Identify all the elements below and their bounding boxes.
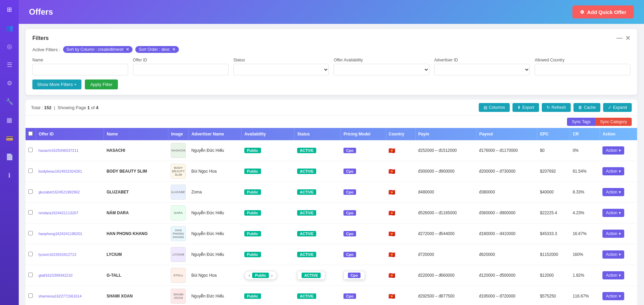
total-pages: 4 <box>96 105 98 110</box>
tooltip-right-arrow[interactable]: › <box>271 273 273 278</box>
row-checkbox[interactable] <box>28 169 33 173</box>
status-badge: ACTIVE <box>297 293 316 299</box>
row-checkbox[interactable] <box>28 231 33 235</box>
table-section: Total : 152 | Showing Page 1 of 4 ▤ Colu… <box>26 100 637 305</box>
sidebar-item-circle[interactable]: ◎ <box>3 40 16 53</box>
cell-image: DARA <box>168 203 188 223</box>
cell-payin: đ526000 – đ1165000 <box>415 203 476 223</box>
filter-country-input[interactable] <box>535 64 630 75</box>
filter-tag-sort-order-remove[interactable]: ✕ <box>172 47 175 52</box>
sidebar-item-grid[interactable]: ▦ <box>3 114 16 126</box>
cell-pricing: Cpo <box>341 182 386 203</box>
cell-pricing: Cpo <box>341 265 386 286</box>
status-tooltip: ACTIVE <box>297 271 325 280</box>
row-checkbox[interactable] <box>28 252 33 256</box>
apply-filter-button[interactable]: Apply Filter <box>85 79 118 89</box>
show-more-filters-button[interactable]: Show More Filters + <box>32 79 81 89</box>
cell-advertiser: Nguyễn Đức Hiếu <box>188 203 241 223</box>
cell-offer-id: hanphong1624241186201 <box>36 223 104 244</box>
sync-category-button[interactable]: Sync Category <box>595 118 632 126</box>
filter-tag-sort-col-remove[interactable]: ✕ <box>126 47 129 52</box>
sync-tags-button[interactable]: Sync Tags <box>567 118 595 126</box>
filter-advertiserid-label: Advertiser ID <box>434 58 530 62</box>
cell-offer-id: hasachi1625046037211 <box>36 140 104 161</box>
sidebar-item-wallet[interactable]: 💳 <box>3 132 16 145</box>
cell-advertiser: Zoma <box>188 182 241 203</box>
cell-availability: Public <box>242 244 294 265</box>
cell-advertiser: Nguyễn Đức Hiếu <box>188 140 241 161</box>
filter-offerid-group: Offer ID <box>133 58 229 75</box>
sidebar-item-menu[interactable]: ☰ <box>3 59 16 71</box>
offer-image: HAN PHONG KHANG <box>171 226 186 241</box>
expand-button[interactable]: ⤢ Expand <box>603 103 632 112</box>
action-button[interactable]: Action ▾ <box>602 271 624 279</box>
active-filters-row: Active Filters : Sort by Column : create… <box>32 46 630 53</box>
add-quick-offer-button[interactable]: ⊕ Add Quick Offer <box>572 5 634 18</box>
country-flag: 🇻🇳 <box>388 169 395 174</box>
availability-badge: Public <box>244 148 261 153</box>
row-checkbox[interactable] <box>28 148 33 152</box>
plus-icon: ⊕ <box>580 9 584 15</box>
cell-cr: 160% <box>570 244 600 265</box>
cell-epc: $45333.3 <box>537 223 570 244</box>
minimize-icon[interactable]: — <box>616 34 623 42</box>
columns-button[interactable]: ▤ Columns <box>479 103 510 112</box>
country-flag: 🇻🇳 <box>388 231 395 237</box>
cell-name: G-TALL <box>104 265 168 286</box>
offer-image: LYCIUM <box>171 247 186 262</box>
table-body: hasachi1625046037211 HASACHI HASACHI Ngu… <box>26 140 637 305</box>
sync-row: Sync Tags Sync Category <box>26 116 637 128</box>
filter-status-select[interactable]: Active Inactive <box>233 64 329 75</box>
action-button[interactable]: Action ▾ <box>602 167 624 175</box>
col-offer-id: Offer ID <box>36 128 104 140</box>
cell-action: Action ▾ <box>600 265 637 286</box>
sidebar-item-tools[interactable]: 🔧 <box>3 96 16 108</box>
close-icon[interactable]: ✕ <box>625 34 630 42</box>
cell-offer-id: nmdara1624421113207 <box>36 203 104 223</box>
offers-table: Offer ID Name Image Advertiser Name Avai… <box>26 128 637 305</box>
tooltip-left-arrow[interactable]: ‹ <box>249 273 250 278</box>
current-page: 1 <box>87 105 90 110</box>
sidebar-item-home[interactable]: ⊞ <box>3 3 16 16</box>
cell-image: GTALL <box>168 265 188 286</box>
sidebar-item-info[interactable]: ℹ <box>3 169 16 181</box>
cell-cr: 1.82% <box>570 265 600 286</box>
cell-epc: $0 <box>537 140 570 161</box>
table-row: nmdara1624421113207 NÁM DARA DARA Nguyễn… <box>26 203 637 223</box>
row-checkbox[interactable] <box>28 189 33 194</box>
action-button[interactable]: Action ▾ <box>602 230 624 238</box>
row-checkbox[interactable] <box>28 273 33 277</box>
content-area: Filters — ✕ Active Filters : Sort by Col… <box>19 24 644 305</box>
expand-icon: ⤢ <box>608 105 611 110</box>
select-all-checkbox[interactable] <box>28 131 33 136</box>
table-row: gtall1623399342210 G-TALL GTALL Bùi Ngọc… <box>26 265 637 286</box>
export-icon: ⬇ <box>517 105 521 110</box>
action-button[interactable]: Action ▾ <box>602 188 624 196</box>
sidebar-item-file[interactable]: 📄 <box>3 151 16 163</box>
filter-fields-row: Name Offer ID Status Active Inactive <box>32 58 630 75</box>
filter-availability-label: Offer Availability <box>334 58 429 62</box>
action-button[interactable]: Action ▾ <box>602 209 624 217</box>
export-button[interactable]: ⬇ Export <box>512 103 539 112</box>
offer-image: HASACHI <box>171 143 186 158</box>
filter-name-input[interactable] <box>32 64 128 75</box>
country-flag: 🇻🇳 <box>388 293 395 299</box>
action-button[interactable]: Action ▾ <box>602 250 624 259</box>
offer-image: DARA <box>171 205 186 220</box>
filter-availability-select[interactable]: Public Private <box>334 64 429 75</box>
refresh-button[interactable]: ↻ Refresh <box>542 103 571 112</box>
filter-advertiserid-select[interactable]: All <box>434 64 530 75</box>
status-badge: ACTIVE <box>297 148 316 153</box>
sidebar-item-users[interactable]: 👥 <box>3 22 16 34</box>
cell-action: Action ▾ <box>600 203 637 223</box>
sidebar-item-settings[interactable]: ⚙ <box>3 77 16 89</box>
row-checkbox[interactable] <box>28 293 33 298</box>
filter-offerid-input[interactable] <box>133 64 229 75</box>
row-checkbox[interactable] <box>28 210 33 215</box>
action-button[interactable]: Action ▾ <box>602 292 624 300</box>
cache-button[interactable]: 🗑 Cache <box>573 103 601 112</box>
action-button[interactable]: Action ▾ <box>602 146 624 155</box>
chevron-down-icon: ▾ <box>619 190 621 194</box>
cell-action: Action ▾ <box>600 286 637 305</box>
cell-cr: 0% <box>570 140 600 161</box>
